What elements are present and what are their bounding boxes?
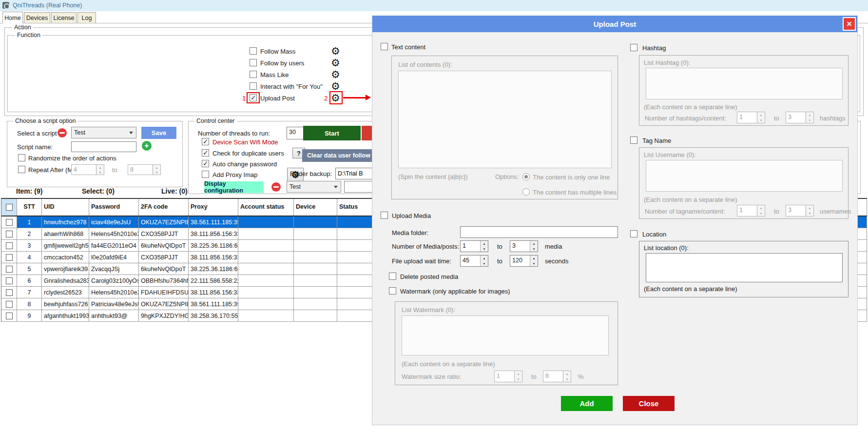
row-checkbox-cell[interactable] [1,252,17,263]
script-group-label: Choose a script option [13,118,77,124]
start-button[interactable]: Start [303,126,361,140]
hashtag-to-spinner[interactable]: 3▲▼ [786,112,814,123]
checkbox-follow-mass[interactable] [250,47,257,55]
gear-icon-interact-for-you[interactable] [331,81,340,91]
save-button[interactable]: Save [141,127,176,139]
checkbox-tag-name[interactable] [630,137,637,144]
gear-icon-follow-by-users[interactable] [331,58,340,68]
contents-textarea[interactable] [398,71,612,168]
row-checkbox[interactable] [6,266,13,273]
cell-2fa: CXO358PJJT [139,252,189,263]
row-checkbox[interactable] [6,254,13,261]
ratio-from-spinner[interactable]: 1▲▼ [494,371,522,382]
checkbox-delete-posted-media[interactable] [389,273,396,280]
close-icon[interactable]: ✕ [843,17,856,31]
row-checkbox-cell[interactable] [1,310,17,321]
location-textarea[interactable] [646,253,843,282]
tagname-to-spinner[interactable]: 3▲▼ [786,205,814,216]
add-button[interactable]: Add [561,396,613,411]
row-checkbox-cell[interactable] [1,275,17,286]
checkbox-location[interactable] [630,230,637,237]
checkbox-randomize[interactable] [18,154,25,161]
cell-2fa: OBBHfshu7364hf [139,275,189,286]
hashtag-from-spinner[interactable]: 1▲▼ [737,112,765,123]
checkbox-auto-change-password[interactable] [202,160,209,167]
cell-device [294,275,337,286]
radio-one-line[interactable] [522,173,530,180]
col-account-status[interactable]: Account status [238,199,294,216]
checkbox-upload-media[interactable] [381,212,388,219]
close-button[interactable]: Close [623,396,675,411]
watermark-textarea[interactable] [402,315,609,355]
checkbox-mass-like[interactable] [250,71,257,78]
row-checkbox-cell[interactable] [1,263,17,275]
repeat-to-spinner[interactable]: 8▲▼ [128,164,161,175]
tab-log[interactable]: Log [77,12,96,23]
checkbox-watermark[interactable] [389,287,396,295]
checkbox-hashtag[interactable] [630,44,637,51]
media-count-to-spinner[interactable]: 3▲▼ [510,240,538,252]
radio-multiple-lines[interactable] [522,188,530,196]
row-checkbox[interactable] [6,242,13,249]
select-all-checkbox[interactable] [6,204,13,211]
tagname-textarea[interactable] [646,160,843,192]
watermark-each-line-label: (Each content on a separate line) [402,360,495,368]
col-device[interactable]: Device [294,199,337,216]
dialog-titlebar[interactable]: Upload Post [372,16,857,32]
checkbox-interact-for-you[interactable] [250,82,257,90]
row-checkbox-cell[interactable] [1,298,17,310]
add-script-icon[interactable]: + [142,141,152,151]
row-checkbox-cell[interactable] [1,240,17,251]
row-checkbox-cell[interactable] [1,216,17,228]
watermark-ratio-label: Watermark size ratio: [402,373,461,380]
row-checkbox[interactable] [6,219,13,226]
ratio-to-spinner[interactable]: 8▲▼ [543,371,571,382]
checkbox-device-scan-wifi[interactable] [202,138,209,145]
row-checkbox-cell[interactable] [1,287,17,298]
media-count-from-spinner[interactable]: 1▲▼ [460,240,488,252]
col-password[interactable]: Password [89,199,139,216]
wait-unit: seconds [545,257,568,265]
remove-config-icon[interactable] [271,182,281,192]
repeat-from-spinner[interactable]: 4▲▼ [71,164,104,175]
col-stt[interactable]: STT [17,199,42,216]
script-name-input[interactable] [71,141,136,152]
select-all-cell[interactable] [1,199,17,216]
row-checkbox[interactable] [6,231,13,237]
remove-script-icon[interactable] [58,128,67,137]
annotation-box-checkbox [247,92,260,103]
wait-to-spinner[interactable]: 120▲▼ [510,255,538,267]
row-checkbox[interactable] [6,313,13,319]
checkbox-text-content[interactable] [381,43,388,50]
col-uid[interactable]: UID [42,199,89,216]
gear-icon-follow-mass[interactable] [331,46,340,56]
col-2fa[interactable]: 2FA code [139,199,189,216]
cell-password: Patriciav48e9eJsU [89,298,139,310]
col-proxy[interactable]: Proxy [189,199,238,216]
row-checkbox[interactable] [6,301,13,308]
display-configuration-button[interactable]: Display configuration [204,181,264,193]
cell-account-status [238,216,294,228]
config-select[interactable]: Test [287,181,341,193]
media-folder-input[interactable] [460,226,618,238]
checkbox-repeat-after[interactable] [18,166,25,173]
tab-license[interactable]: License [51,12,77,23]
row-checkbox[interactable] [6,277,13,284]
script-select[interactable]: Test [71,127,136,138]
hashtag-textarea[interactable] [646,68,843,99]
select-count: Select: (0) [82,187,115,195]
tab-devices[interactable]: Devices [24,12,50,23]
gear-icon-mass-like[interactable] [331,69,340,79]
tab-home[interactable]: Home [2,12,23,23]
checkbox-add-proxy-imap[interactable] [202,171,209,178]
row-checkbox[interactable] [6,289,13,296]
checkbox-check-duplicates[interactable] [202,149,209,157]
tagname-from-spinner[interactable]: 1▲▼ [737,205,765,216]
cell-device [294,298,337,310]
checkbox-follow-by-users[interactable] [250,59,257,66]
row-checkbox-cell[interactable] [1,228,17,239]
cell-account-status [238,275,294,286]
spin-hint-label: (Spin the content {a|b|c}) [398,173,468,180]
wait-from-spinner[interactable]: 45▲▼ [460,255,488,267]
cell-uid: afganhthukt1993 [42,310,89,321]
